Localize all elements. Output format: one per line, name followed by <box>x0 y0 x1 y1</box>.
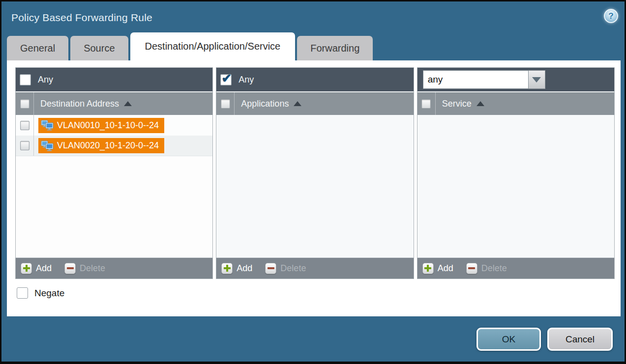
tab-label: General <box>20 43 55 54</box>
sort-ascending-icon <box>477 101 484 106</box>
applications-select-all-checkbox[interactable] <box>221 99 230 109</box>
applications-header-label: Applications <box>241 99 289 109</box>
service-panel: any Service <box>417 67 615 279</box>
help-icon[interactable]: ? <box>604 9 618 23</box>
destination-footer: Add Delete <box>16 257 212 279</box>
delete-button-label: Delete <box>280 263 306 274</box>
destination-address-panel: Any Destination Address <box>15 67 213 279</box>
applications-panel: Any Applications Add <box>216 67 414 279</box>
address-object-label: VLAN0010_10-1-10-0--24 <box>57 120 159 131</box>
plus-icon <box>422 263 434 274</box>
destination-row-1-checkbox[interactable] <box>20 121 30 130</box>
service-header-label: Service <box>442 99 472 109</box>
dialog-title: Policy Based Forwarding Rule <box>11 12 152 24</box>
service-select-all-checkbox[interactable] <box>421 99 431 109</box>
minus-icon <box>466 263 477 274</box>
negate-label: Negate <box>34 288 64 299</box>
applications-any-checkbox[interactable] <box>220 74 232 85</box>
tab-destination-application-service[interactable]: Destination/Application/Service <box>130 32 296 60</box>
tab-bar: General Source Destination/Application/S… <box>7 32 373 60</box>
applications-list <box>216 115 413 257</box>
applications-add-button[interactable]: Add <box>221 263 252 274</box>
address-object-label: VLAN0020_10-1-20-0--24 <box>57 140 159 151</box>
plus-icon <box>221 263 233 274</box>
columns-container: Any Destination Address <box>7 60 621 279</box>
applications-delete-button[interactable]: Delete <box>265 263 306 274</box>
tab-label: Forwarding <box>310 43 359 54</box>
help-glyph: ? <box>608 11 613 21</box>
applications-any-label: Any <box>238 75 254 85</box>
tab-source[interactable]: Source <box>70 36 128 60</box>
plus-icon <box>21 263 32 274</box>
address-object-chip[interactable]: VLAN0020_10-1-20-0--24 <box>38 138 164 153</box>
destination-delete-button[interactable]: Delete <box>64 263 105 274</box>
tab-label: Destination/Application/Service <box>145 41 281 52</box>
dialog-footer: OK Cancel <box>477 328 613 351</box>
tab-forwarding[interactable]: Forwarding <box>297 36 373 60</box>
destination-row-2-checkbox[interactable] <box>20 141 30 150</box>
destination-column-header[interactable]: Destination Address <box>16 91 212 115</box>
add-button-label: Add <box>438 263 453 274</box>
service-dropdown[interactable]: any <box>423 70 545 89</box>
add-button-label: Add <box>36 263 52 274</box>
add-button-label: Add <box>237 263 252 274</box>
service-list <box>417 115 614 257</box>
row-checkbox-cell <box>16 136 34 156</box>
tab-content: Any Destination Address <box>7 60 621 316</box>
sort-ascending-icon <box>124 101 132 106</box>
destination-add-button[interactable]: Add <box>21 263 52 274</box>
service-dropdown-row: any <box>417 68 614 91</box>
ok-button[interactable]: OK <box>477 328 541 351</box>
service-column-header[interactable]: Service <box>417 91 614 115</box>
row-checkbox-cell <box>16 115 34 136</box>
service-add-button[interactable]: Add <box>422 263 453 274</box>
minus-icon <box>64 263 76 274</box>
negate-row: Negate <box>17 287 621 299</box>
destination-select-all-checkbox[interactable] <box>20 99 30 109</box>
table-row[interactable]: VLAN0020_10-1-20-0--24 <box>16 136 212 156</box>
destination-list: VLAN0010_10-1-10-0--24 <box>16 115 212 257</box>
network-icon <box>41 119 54 131</box>
sort-ascending-icon <box>294 101 301 106</box>
chevron-down-icon[interactable] <box>529 70 545 89</box>
delete-button-label: Delete <box>481 263 507 274</box>
header-checkbox-cell <box>216 92 235 115</box>
service-footer: Add Delete <box>417 257 614 279</box>
table-row[interactable]: VLAN0010_10-1-10-0--24 <box>16 115 212 136</box>
policy-based-forwarding-dialog: Policy Based Forwarding Rule ? General S… <box>0 0 626 364</box>
header-checkbox-cell <box>417 92 436 115</box>
applications-any-row: Any <box>216 68 413 91</box>
delete-button-label: Delete <box>80 263 105 274</box>
service-dropdown-value[interactable]: any <box>423 70 529 89</box>
service-delete-button[interactable]: Delete <box>466 263 507 274</box>
address-object-chip[interactable]: VLAN0010_10-1-10-0--24 <box>38 118 164 133</box>
network-icon <box>41 140 54 152</box>
destination-any-label: Any <box>38 75 53 85</box>
header-checkbox-cell <box>16 92 34 115</box>
applications-column-header[interactable]: Applications <box>216 91 413 115</box>
destination-any-checkbox[interactable] <box>20 74 31 85</box>
cancel-button[interactable]: Cancel <box>547 328 613 351</box>
tab-general[interactable]: General <box>7 36 68 60</box>
tab-label: Source <box>84 43 115 54</box>
applications-footer: Add Delete <box>216 257 413 279</box>
destination-header-label: Destination Address <box>40 99 119 109</box>
minus-icon <box>265 263 276 274</box>
negate-checkbox[interactable] <box>17 287 28 299</box>
destination-any-row: Any <box>16 68 212 91</box>
down-triangle <box>532 77 541 83</box>
